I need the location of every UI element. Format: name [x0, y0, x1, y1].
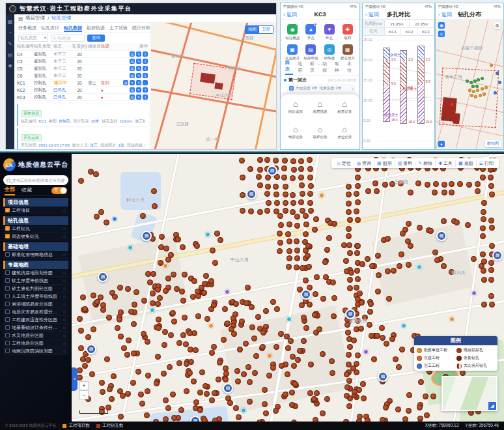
borehole-dot[interactable]	[256, 174, 262, 180]
borehole-dot[interactable]	[415, 180, 421, 186]
checkbox[interactable]	[5, 252, 10, 257]
borehole-dot[interactable]	[355, 199, 361, 205]
borehole-dot[interactable]	[264, 191, 270, 197]
poi-dot[interactable]	[150, 308, 155, 313]
borehole-dot[interactable]	[290, 175, 296, 181]
checkbox[interactable]	[5, 349, 10, 353]
layers-icon[interactable]: ▤	[8, 53, 13, 58]
upload-icon[interactable]: ↥	[143, 66, 148, 71]
upload-icon[interactable]: ↥	[143, 51, 148, 57]
borehole-dot[interactable]	[346, 352, 352, 358]
checkbox[interactable]	[5, 309, 10, 314]
tab-钻孔数据[interactable]: 钻孔数据	[64, 25, 82, 32]
borehole-dot[interactable]	[418, 379, 424, 385]
borehole-dot[interactable]	[210, 248, 216, 253]
borehole-dot[interactable]	[344, 393, 350, 399]
borehole-dot[interactable]	[138, 392, 144, 397]
borehole-dot[interactable]	[282, 158, 288, 164]
borehole-dot[interactable]	[481, 216, 486, 222]
cluster-marker[interactable]: ▤	[301, 289, 311, 300]
borehole-dot[interactable]	[262, 401, 268, 407]
edit-icon[interactable]: ✎	[136, 66, 141, 71]
borehole-dot[interactable]	[424, 412, 430, 418]
borehole-dot[interactable]	[465, 222, 471, 228]
borehole-dot[interactable]	[277, 248, 283, 254]
borehole-dot[interactable]	[78, 328, 84, 334]
borehole-dot[interactable]	[380, 417, 385, 422]
borehole-dot[interactable]	[350, 366, 356, 371]
borehole-dot[interactable]	[277, 240, 283, 246]
borehole-dot[interactable]	[351, 337, 357, 343]
minimap-collapse-icon[interactable]: ◢	[488, 402, 496, 410]
borehole-dot[interactable]	[303, 222, 309, 227]
borehole-dot[interactable]	[305, 253, 311, 259]
borehole-dot[interactable]	[229, 326, 234, 332]
edit-icon[interactable]: ✎	[136, 87, 141, 93]
app-report[interactable]: ▤钻探班报	[301, 44, 320, 61]
borehole-dot[interactable]	[311, 396, 317, 402]
borehole-dot[interactable]	[408, 190, 413, 195]
borehole-dot-orange[interactable]	[490, 64, 493, 67]
borehole-dot[interactable]	[346, 184, 352, 190]
borehole-dot[interactable]	[285, 231, 291, 237]
cluster-marker[interactable]: ▤	[345, 309, 356, 319]
borehole-dot[interactable]	[260, 330, 266, 336]
tab-钻孔设计[interactable]: 钻孔设计	[41, 25, 59, 32]
borehole-dot[interactable]	[190, 294, 196, 300]
breadcrumb-root[interactable]: 项目管理	[25, 15, 45, 22]
borehole-dot[interactable]	[265, 184, 271, 190]
menu-icon[interactable]: ▤	[18, 16, 23, 22]
zoom-in-button[interactable]: +	[79, 381, 89, 390]
borehole-dot[interactable]	[188, 347, 193, 352]
borehole-dot[interactable]	[161, 342, 167, 348]
borehole-dot[interactable]	[355, 183, 361, 189]
navigation-button[interactable]: ▲	[438, 141, 445, 147]
borehole-dot[interactable]	[408, 243, 413, 249]
borehole-dot[interactable]	[244, 300, 249, 306]
app-core-photo[interactable]: ▦岩芯照片	[339, 44, 357, 61]
borehole-dot[interactable]	[354, 285, 359, 291]
borehole-dot[interactable]	[85, 357, 91, 363]
type-select[interactable]: 钻孔类型▾	[18, 35, 48, 42]
detail-icon[interactable]: ▤	[130, 94, 135, 100]
borehole-dot[interactable]	[77, 375, 83, 380]
borehole-dot[interactable]	[131, 321, 137, 327]
borehole-dot[interactable]	[115, 325, 120, 331]
borehole-dot[interactable]	[99, 380, 105, 386]
action-动探记录[interactable]: ⌂动探记录	[283, 125, 308, 147]
borehole-dot[interactable]	[163, 288, 169, 294]
borehole-dot[interactable]	[423, 394, 428, 399]
borehole-dot[interactable]	[479, 263, 484, 269]
borehole-dot[interactable]	[145, 271, 151, 277]
borehole-dot[interactable]	[283, 184, 288, 190]
borehole-dot[interactable]	[191, 379, 197, 384]
borehole-dot[interactable]	[128, 309, 134, 315]
tab-任务概况[interactable]: 任务概况	[18, 25, 36, 32]
borehole-dot[interactable]	[384, 341, 389, 347]
borehole-dot-orange[interactable]	[468, 89, 471, 92]
cluster-marker[interactable]: ▤	[246, 189, 257, 199]
gear-icon[interactable]: ⚙	[494, 22, 501, 29]
borehole-dot[interactable]	[346, 378, 352, 384]
borehole-dot[interactable]	[168, 332, 174, 338]
tab-收藏[interactable]: 收藏	[21, 186, 32, 195]
borehole-dot[interactable]	[406, 408, 412, 414]
borehole-dot[interactable]	[111, 373, 117, 379]
borehole-dot[interactable]	[328, 220, 333, 226]
star-icon[interactable]: ☆	[63, 286, 66, 291]
borehole-dot[interactable]	[298, 199, 304, 205]
borehole-dot-green[interactable]	[469, 81, 473, 84]
borehole-dot[interactable]	[375, 289, 381, 294]
table-row[interactable]: KC1控制孔施工中20张三签到▤✎↥⋯	[14, 79, 150, 87]
borehole-dot[interactable]	[290, 158, 296, 164]
borehole-dot[interactable]	[82, 363, 88, 369]
layer-item[interactable]: 地质灾害易发程度分区图☆	[3, 308, 68, 316]
borehole-dot[interactable]	[489, 302, 495, 308]
action-水位记录[interactable]: ⌂水位记录	[332, 125, 357, 147]
borehole-dot[interactable]	[223, 371, 229, 377]
borehole-dot[interactable]	[355, 243, 361, 249]
checkbox[interactable]	[5, 286, 10, 291]
layer-item[interactable]: 工程地质分区图☆	[3, 339, 68, 347]
edit-icon[interactable]: ✎	[136, 73, 141, 78]
poi-dot[interactable]	[449, 317, 455, 322]
